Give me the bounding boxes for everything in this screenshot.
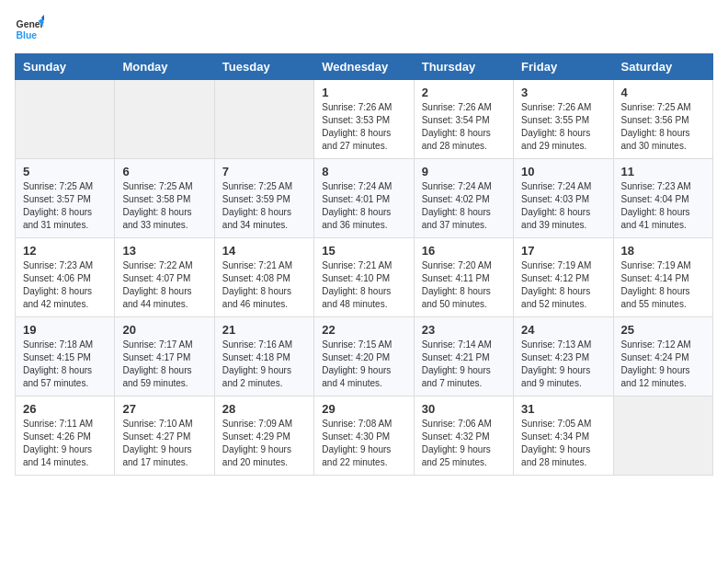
calendar-cell: 19Sunrise: 7:18 AM Sunset: 4:15 PM Dayli…	[16, 317, 115, 396]
calendar-cell: 23Sunrise: 7:14 AM Sunset: 4:21 PM Dayli…	[414, 317, 513, 396]
calendar-cell: 20Sunrise: 7:17 AM Sunset: 4:17 PM Dayli…	[115, 317, 214, 396]
weekday-header-thursday: Thursday	[414, 54, 513, 80]
day-number: 6	[122, 165, 206, 178]
weekday-header-tuesday: Tuesday	[214, 54, 313, 80]
calendar-cell: 28Sunrise: 7:09 AM Sunset: 4:29 PM Dayli…	[214, 396, 313, 476]
day-number: 11	[621, 165, 705, 178]
day-number: 4	[621, 86, 705, 99]
day-info: Sunrise: 7:23 AM Sunset: 4:04 PM Dayligh…	[621, 180, 705, 232]
day-info: Sunrise: 7:21 AM Sunset: 4:08 PM Dayligh…	[222, 259, 306, 311]
calendar-cell	[16, 80, 115, 159]
calendar-cell: 22Sunrise: 7:15 AM Sunset: 4:20 PM Dayli…	[314, 317, 414, 396]
calendar-cell: 15Sunrise: 7:21 AM Sunset: 4:10 PM Dayli…	[314, 238, 414, 317]
logo: General Blue	[15, 15, 48, 44]
weekday-header-row: SundayMondayTuesdayWednesdayThursdayFrid…	[16, 54, 713, 80]
calendar-cell: 17Sunrise: 7:19 AM Sunset: 4:12 PM Dayli…	[514, 238, 613, 317]
day-info: Sunrise: 7:22 AM Sunset: 4:07 PM Dayligh…	[122, 259, 206, 311]
calendar-cell: 18Sunrise: 7:19 AM Sunset: 4:14 PM Dayli…	[613, 238, 712, 317]
calendar-cell: 30Sunrise: 7:06 AM Sunset: 4:32 PM Dayli…	[414, 396, 513, 476]
day-number: 27	[122, 402, 206, 416]
calendar-week-row: 26Sunrise: 7:11 AM Sunset: 4:26 PM Dayli…	[16, 396, 713, 476]
day-info: Sunrise: 7:19 AM Sunset: 4:12 PM Dayligh…	[521, 259, 605, 311]
calendar-cell	[613, 396, 712, 476]
calendar-cell: 7Sunrise: 7:25 AM Sunset: 3:59 PM Daylig…	[214, 159, 313, 238]
day-info: Sunrise: 7:18 AM Sunset: 4:15 PM Dayligh…	[23, 339, 107, 390]
calendar-cell: 9Sunrise: 7:24 AM Sunset: 4:02 PM Daylig…	[414, 159, 513, 238]
day-number: 2	[422, 86, 506, 99]
svg-text:Blue: Blue	[17, 30, 38, 40]
calendar-cell: 4Sunrise: 7:25 AM Sunset: 3:56 PM Daylig…	[613, 80, 712, 159]
day-info: Sunrise: 7:12 AM Sunset: 4:24 PM Dayligh…	[621, 339, 705, 390]
day-info: Sunrise: 7:21 AM Sunset: 4:10 PM Dayligh…	[322, 259, 405, 311]
day-number: 7	[222, 165, 306, 178]
calendar-cell: 16Sunrise: 7:20 AM Sunset: 4:11 PM Dayli…	[414, 238, 513, 317]
calendar-cell: 29Sunrise: 7:08 AM Sunset: 4:30 PM Dayli…	[314, 396, 414, 476]
day-info: Sunrise: 7:11 AM Sunset: 4:26 PM Dayligh…	[23, 418, 107, 469]
day-info: Sunrise: 7:20 AM Sunset: 4:11 PM Dayligh…	[422, 259, 506, 311]
weekday-header-friday: Friday	[514, 54, 613, 80]
calendar-week-row: 12Sunrise: 7:23 AM Sunset: 4:06 PM Dayli…	[16, 238, 713, 317]
weekday-header-sunday: Sunday	[16, 54, 115, 80]
calendar-cell: 8Sunrise: 7:24 AM Sunset: 4:01 PM Daylig…	[314, 159, 414, 238]
calendar-cell: 1Sunrise: 7:26 AM Sunset: 3:53 PM Daylig…	[314, 80, 414, 159]
calendar-header: SundayMondayTuesdayWednesdayThursdayFrid…	[16, 54, 713, 80]
day-info: Sunrise: 7:05 AM Sunset: 4:34 PM Dayligh…	[521, 418, 605, 469]
day-info: Sunrise: 7:26 AM Sunset: 3:53 PM Dayligh…	[322, 101, 405, 153]
day-number: 28	[222, 402, 306, 416]
calendar-table: SundayMondayTuesdayWednesdayThursdayFrid…	[15, 53, 713, 476]
calendar-cell: 21Sunrise: 7:16 AM Sunset: 4:18 PM Dayli…	[214, 317, 313, 396]
calendar-week-row: 5Sunrise: 7:25 AM Sunset: 3:57 PM Daylig…	[16, 159, 713, 238]
day-info: Sunrise: 7:06 AM Sunset: 4:32 PM Dayligh…	[422, 418, 506, 469]
day-info: Sunrise: 7:14 AM Sunset: 4:21 PM Dayligh…	[422, 339, 506, 390]
day-number: 1	[322, 86, 405, 99]
day-info: Sunrise: 7:26 AM Sunset: 3:54 PM Dayligh…	[422, 101, 506, 153]
calendar-cell	[214, 80, 313, 159]
day-number: 31	[521, 402, 605, 416]
day-info: Sunrise: 7:09 AM Sunset: 4:29 PM Dayligh…	[222, 418, 306, 469]
calendar-body: 1Sunrise: 7:26 AM Sunset: 3:53 PM Daylig…	[16, 80, 713, 476]
day-info: Sunrise: 7:10 AM Sunset: 4:27 PM Dayligh…	[122, 418, 206, 469]
day-number: 26	[23, 402, 107, 416]
day-number: 15	[322, 244, 405, 258]
calendar-week-row: 1Sunrise: 7:26 AM Sunset: 3:53 PM Daylig…	[16, 80, 713, 159]
calendar-cell: 13Sunrise: 7:22 AM Sunset: 4:07 PM Dayli…	[115, 238, 214, 317]
day-number: 13	[122, 244, 206, 258]
weekday-header-wednesday: Wednesday	[314, 54, 414, 80]
day-number: 19	[23, 323, 107, 337]
day-info: Sunrise: 7:25 AM Sunset: 3:56 PM Dayligh…	[621, 101, 705, 153]
page-header: General Blue	[15, 15, 713, 44]
day-number: 21	[222, 323, 306, 337]
day-info: Sunrise: 7:24 AM Sunset: 4:03 PM Dayligh…	[521, 180, 605, 232]
day-number: 8	[322, 165, 405, 178]
calendar-cell: 10Sunrise: 7:24 AM Sunset: 4:03 PM Dayli…	[514, 159, 613, 238]
day-info: Sunrise: 7:13 AM Sunset: 4:23 PM Dayligh…	[521, 339, 605, 390]
day-number: 14	[222, 244, 306, 258]
day-info: Sunrise: 7:24 AM Sunset: 4:01 PM Dayligh…	[322, 180, 405, 232]
calendar-cell: 2Sunrise: 7:26 AM Sunset: 3:54 PM Daylig…	[414, 80, 513, 159]
day-info: Sunrise: 7:25 AM Sunset: 3:59 PM Dayligh…	[222, 180, 306, 232]
day-number: 18	[621, 244, 705, 258]
day-number: 17	[521, 244, 605, 258]
day-number: 30	[422, 402, 506, 416]
logo-icon: General Blue	[15, 15, 44, 44]
day-number: 12	[23, 244, 107, 258]
day-info: Sunrise: 7:16 AM Sunset: 4:18 PM Dayligh…	[222, 339, 306, 390]
weekday-header-saturday: Saturday	[613, 54, 712, 80]
day-number: 5	[23, 165, 107, 178]
day-info: Sunrise: 7:23 AM Sunset: 4:06 PM Dayligh…	[23, 259, 107, 311]
calendar-cell: 12Sunrise: 7:23 AM Sunset: 4:06 PM Dayli…	[16, 238, 115, 317]
calendar-cell: 5Sunrise: 7:25 AM Sunset: 3:57 PM Daylig…	[16, 159, 115, 238]
calendar-cell: 25Sunrise: 7:12 AM Sunset: 4:24 PM Dayli…	[613, 317, 712, 396]
day-number: 29	[322, 402, 405, 416]
day-number: 23	[422, 323, 506, 337]
day-info: Sunrise: 7:17 AM Sunset: 4:17 PM Dayligh…	[122, 339, 206, 390]
day-number: 22	[322, 323, 405, 337]
calendar-cell: 14Sunrise: 7:21 AM Sunset: 4:08 PM Dayli…	[214, 238, 313, 317]
calendar-cell	[115, 80, 214, 159]
day-number: 9	[422, 165, 506, 178]
weekday-header-monday: Monday	[115, 54, 214, 80]
day-number: 16	[422, 244, 506, 258]
day-info: Sunrise: 7:08 AM Sunset: 4:30 PM Dayligh…	[322, 418, 405, 469]
calendar-week-row: 19Sunrise: 7:18 AM Sunset: 4:15 PM Dayli…	[16, 317, 713, 396]
day-info: Sunrise: 7:15 AM Sunset: 4:20 PM Dayligh…	[322, 339, 405, 390]
